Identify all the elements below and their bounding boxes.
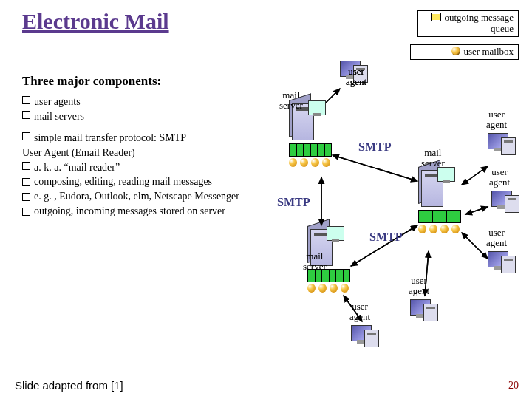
body-text: user agents mail servers simple mail tra… [22,95,244,219]
footer-citation: Slide adapted from [1] [15,379,123,392]
bullet-2: mail servers [34,111,84,122]
smtp-label: SMTP [358,140,391,154]
components-subtitle: Three major components: [22,74,161,89]
mail-server-icon [421,170,443,207]
svg-line-13 [462,233,488,259]
bullet-icon [22,208,30,216]
legend-queue-text: outgoing message queue [444,12,514,34]
user-agent-label: user agent [489,167,510,187]
bullet-icon [22,96,30,104]
svg-line-12 [462,233,488,259]
slide-title: Electronic Mail [22,9,169,34]
smtp-label: SMTP [277,196,310,209]
mail-server-label: mail server [421,148,445,168]
svg-line-9 [462,166,488,185]
queue-swatch-icon [431,13,441,21]
legend-user-mailbox: user mailbox [410,44,519,60]
bullet-icon [22,132,30,140]
page-number: 20 [508,380,519,392]
subheading-user-agent: User Agent (Email Reader) [22,146,244,160]
smtp-label: SMTP [369,231,402,244]
user-agent-label: user agent [346,66,366,86]
bullet-1: user agents [34,96,81,107]
svg-line-11 [466,207,488,214]
user-agent-icon [491,191,519,214]
svg-line-8 [462,166,488,185]
mail-server-label: mail server [303,251,327,271]
user-agent-icon [488,251,516,275]
user-agent-label: user agent [486,228,507,248]
legend-mailbox-text: user mailbox [463,46,514,57]
bullet-3: simple mail transfer protocol: SMTP [34,132,186,143]
mail-server-label: mail server [279,90,303,110]
bullet-icon [22,111,30,119]
diagram: mail server mail server mail server user… [251,59,525,369]
bullet-4: a. k. a. “mail reader” [34,162,120,173]
svg-line-3 [332,155,417,181]
legend-outgoing-queue: outgoing message queue [417,10,519,37]
bullet-5: composing, editing, reading mail message… [34,175,212,189]
bullet-6: e. g. , Eudora, Outlook, elm, Netscape M… [34,190,239,204]
user-agent-icon [410,299,438,323]
bullet-icon [22,178,30,186]
user-agent-label: user agent [486,109,507,129]
user-agent-icon [488,133,516,157]
user-agent-icon [351,325,379,349]
bullet-icon [22,193,30,201]
user-agent-label: user agent [349,301,370,321]
user-agent-label: user agent [409,276,429,296]
mailbox-swatch-icon [451,47,460,55]
bullet-icon [22,162,30,170]
svg-line-2 [332,155,417,181]
bullet-7: outgoing, incoming messages stored on se… [34,205,225,219]
svg-line-10 [466,207,488,214]
